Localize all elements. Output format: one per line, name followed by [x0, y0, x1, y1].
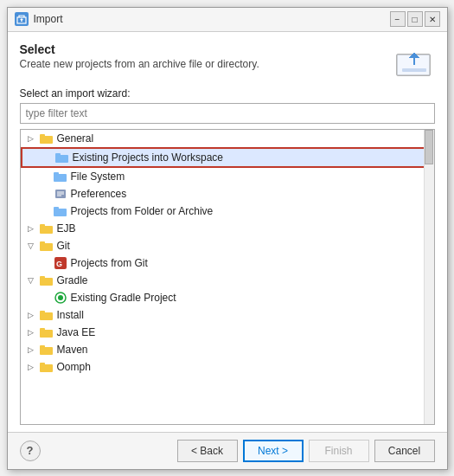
tree-item-javaee[interactable]: ▷ Java EE — [21, 324, 434, 341]
tree-item-existing-projects[interactable]: Existing Projects into Workspace — [21, 147, 434, 168]
expand-icon[interactable] — [38, 204, 52, 218]
tree-item-label: Gradle — [57, 274, 88, 286]
svg-rect-25 — [40, 276, 45, 280]
tree-item-file-system[interactable]: File System — [21, 168, 434, 185]
expand-icon[interactable]: ▷ — [24, 132, 38, 145]
svg-rect-11 — [54, 172, 59, 176]
titlebar: Import − □ ✕ — [8, 8, 447, 32]
tree-item-icon — [54, 291, 67, 305]
tree-item-maven[interactable]: ▷ Maven — [21, 341, 434, 358]
expand-icon[interactable] — [38, 187, 52, 201]
header-text: Select Create new projects from an archi… — [20, 42, 393, 79]
tree-item-label: Existing Projects into Workspace — [73, 151, 224, 164]
svg-rect-19 — [40, 224, 45, 228]
tree-item-git[interactable]: ▽ Git — [21, 237, 434, 254]
expand-icon[interactable] — [38, 170, 52, 183]
tree-item-label: Install — [57, 309, 84, 321]
tree-item-icon — [40, 273, 54, 287]
svg-rect-5 — [402, 68, 426, 72]
tree-item-icon — [54, 170, 67, 183]
cancel-button[interactable]: Cancel — [374, 440, 435, 462]
tree-item-label: General — [57, 132, 94, 145]
close-button[interactable]: ✕ — [425, 11, 440, 27]
expand-icon[interactable]: ▷ — [24, 325, 38, 339]
expand-icon[interactable]: ▷ — [24, 360, 38, 374]
svg-rect-31 — [40, 328, 45, 331]
window-title: Import — [34, 13, 390, 25]
expand-icon[interactable]: ▽ — [24, 239, 38, 253]
section-title: Select — [20, 42, 393, 56]
expand-icon[interactable]: ▽ — [24, 273, 38, 287]
next-button[interactable]: Next > — [243, 440, 304, 462]
tree-item-oomph[interactable]: ▷ Oomph — [21, 358, 434, 376]
tree-item-icon — [40, 222, 54, 235]
tree-item-label: Java EE — [57, 326, 96, 338]
tree-item-projects-folder[interactable]: Projects from Folder or Archive — [21, 203, 434, 220]
svg-rect-33 — [40, 345, 45, 349]
tree-item-icon — [40, 360, 54, 374]
import-icon — [393, 46, 435, 79]
minimize-button[interactable]: − — [390, 11, 406, 27]
filter-input[interactable] — [20, 103, 435, 124]
bottom-panel: ? < Back Next > Finish Cancel — [8, 432, 447, 469]
expand-icon[interactable]: ▷ — [24, 308, 38, 322]
expand-icon[interactable] — [38, 256, 52, 270]
window-icon — [15, 12, 29, 26]
tree-item-icon — [40, 343, 54, 357]
tree-item-label: File System — [71, 170, 125, 183]
scrollbar-track[interactable] — [424, 130, 434, 424]
filter-label: Select an import wizard: — [20, 87, 435, 100]
tree-item-label: Projects from Git — [71, 257, 148, 269]
svg-point-27 — [58, 295, 63, 300]
svg-text:G: G — [56, 260, 62, 268]
tree-item-existing-gradle[interactable]: Existing Gradle Project — [21, 289, 434, 306]
tree-item-ejb[interactable]: ▷ EJB — [21, 220, 434, 237]
expand-icon[interactable]: ▷ — [24, 343, 38, 357]
finish-button[interactable]: Finish — [309, 440, 369, 462]
import-dialog: Import − □ ✕ Select Create new projects … — [7, 7, 448, 470]
help-button[interactable]: ? — [20, 441, 41, 461]
tree-item-icon — [40, 308, 54, 322]
tree-item-icon: G — [54, 256, 67, 270]
section-subtitle: Create new projects from an archive file… — [20, 58, 393, 70]
expand-icon[interactable] — [38, 291, 52, 305]
tree-item-install[interactable]: ▷ Install — [21, 306, 434, 324]
window-controls: − □ ✕ — [390, 11, 440, 27]
button-row: < Back Next > Finish Cancel — [177, 440, 435, 462]
tree-item-label: Existing Gradle Project — [71, 292, 176, 304]
svg-rect-29 — [40, 311, 45, 314]
maximize-button[interactable]: □ — [407, 11, 423, 27]
tree-item-gradle[interactable]: ▽ Gradle — [21, 272, 434, 289]
tree-item-label: Oomph — [57, 361, 91, 373]
expand-icon[interactable] — [40, 151, 54, 164]
tree-item-icon — [55, 151, 69, 164]
tree-item-icon — [40, 239, 54, 253]
svg-rect-9 — [55, 153, 61, 157]
svg-rect-35 — [40, 363, 45, 366]
tree-item-icon — [54, 204, 67, 218]
svg-rect-21 — [40, 241, 45, 245]
tree-item-label: EJB — [57, 222, 76, 235]
dialog-content: Select Create new projects from an archi… — [8, 32, 447, 432]
tree-item-label: Preferences — [71, 188, 127, 200]
tree-item-projects-git[interactable]: G Projects from Git — [21, 254, 434, 272]
back-button[interactable]: < Back — [177, 440, 238, 462]
scrollbar-thumb[interactable] — [425, 130, 433, 164]
tree-item-icon — [40, 132, 54, 145]
tree-item-label: Projects from Folder or Archive — [71, 205, 214, 217]
tree-item-icon — [54, 187, 67, 201]
expand-icon[interactable]: ▷ — [24, 222, 38, 235]
header-area: Select Create new projects from an archi… — [20, 42, 435, 79]
tree-item-label: Maven — [57, 344, 88, 356]
wizard-tree[interactable]: ▷ General Existing Projects into Workspa… — [20, 129, 435, 425]
svg-rect-17 — [54, 207, 59, 210]
tree-item-preferences[interactable]: Preferences — [21, 185, 434, 203]
tree-item-label: Git — [57, 240, 70, 252]
tree-item-icon — [40, 325, 54, 339]
tree-item-general[interactable]: ▷ General — [21, 130, 434, 147]
svg-rect-7 — [40, 134, 45, 138]
